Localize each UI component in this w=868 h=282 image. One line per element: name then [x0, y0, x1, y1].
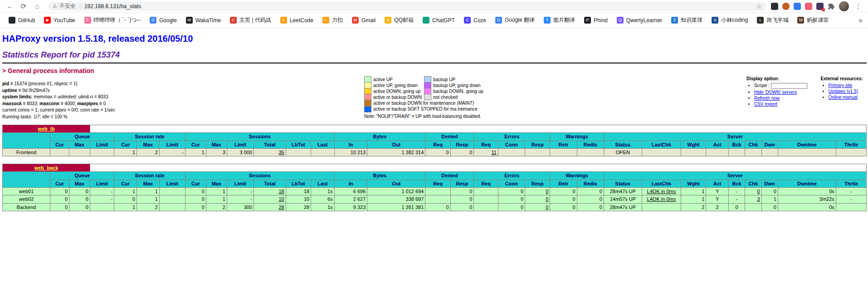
stats-cell: web02 [3, 195, 50, 203]
url-text[interactable]: 192.168.6.131/ha_stats [84, 3, 753, 10]
stats-cell: - [728, 195, 745, 203]
menu-icon[interactable]: ⋮ [853, 2, 863, 10]
column-group-header: Errors [474, 172, 550, 180]
column-header: Last [311, 141, 335, 148]
stats-cell [159, 195, 185, 203]
column-header: Max [69, 141, 90, 148]
column-group-row: QueueSession rateSessionsBytesDeniedErro… [3, 172, 867, 180]
stats-cell: 1s [311, 188, 335, 195]
bookmark-item[interactable]: L路飞学城 [754, 15, 791, 25]
proxy-name-cell: web_lb [3, 125, 90, 133]
bookmark-item[interactable]: GitHub [5, 15, 38, 25]
bookmark-item[interactable]: GGoogle [146, 15, 180, 25]
legend-table: active UPbackup UPactive UP, going downb… [364, 76, 486, 112]
bookmark-item[interactable]: WWakaTime [183, 15, 224, 25]
column-header: Retr [550, 141, 577, 148]
column-group-header: Errors [474, 133, 550, 141]
stats-table-web_lb: web_lbQueueSession rateSessionsBytesDeni… [2, 125, 867, 156]
bookmark-item[interactable]: ▶YouTube [41, 15, 78, 25]
bookmark-item[interactable]: M蚂蚁课堂 [794, 15, 832, 25]
bookmark-item[interactable]: LLeetCode [277, 15, 317, 25]
legend-row: active UPbackup UP [364, 77, 485, 83]
bookmark-item[interactable]: ChatGPT [419, 15, 458, 25]
extension-icon[interactable] [816, 3, 824, 10]
bookmark-item[interactable]: GGoogle 翻译 [492, 15, 538, 25]
bookmark-item[interactable]: QQQ邮箱 [381, 15, 417, 25]
stats-cell [90, 203, 114, 211]
stats-cell: Backend [3, 203, 50, 211]
bookmark-item[interactable]: Z知识星球 [668, 15, 706, 25]
bookmark-item[interactable]: QQwertyLearner [614, 15, 665, 25]
extension-icons [771, 3, 824, 10]
bookmark-star-icon[interactable]: ☆ [756, 3, 762, 10]
updates-link[interactable]: Updates (v1.5) [829, 89, 858, 94]
reload-icon: ⟳ [21, 2, 27, 10]
bookmark-item[interactable]: C主页 | 代码战 [227, 15, 274, 25]
haproxy-version-link[interactable]: HAProxy version 1.5.18, released 2016/05… [2, 34, 193, 44]
stats-cell: 0 [50, 188, 69, 195]
column-header: Cur [114, 141, 137, 148]
column-header: Total [254, 141, 286, 148]
column-header: Dwntme [778, 141, 836, 148]
stats-cell: - [227, 188, 254, 195]
extension-icon[interactable] [782, 3, 790, 10]
proxy-title-row: web_lb [3, 125, 867, 133]
stats-cell [728, 148, 745, 156]
column-header: Req [425, 141, 450, 148]
csv-export-link[interactable]: CSV export [754, 102, 777, 107]
scope-option: Scope : [754, 83, 807, 89]
scope-input[interactable] [771, 83, 807, 89]
proxy-name-link[interactable]: web_lb [38, 126, 54, 131]
bookmark-favicon-icon: G [150, 17, 156, 24]
stats-cell: 0 [450, 148, 474, 156]
stats-cell: L4OK in 0ms [642, 188, 681, 195]
legend-row: active UP, going downbackup UP, going do… [364, 83, 485, 88]
stats-cell: 0 [577, 195, 604, 203]
hide-down-servers-link[interactable]: Hide 'DOWN' servers [754, 90, 797, 95]
bookmark-item[interactable]: X小林coding [708, 15, 751, 25]
bookmark-item[interactable]: T图片翻译 [541, 15, 578, 25]
toolbar-right: ⋮ [771, 1, 864, 11]
bookmark-label: 主页 | 代码战 [239, 16, 271, 24]
primary-site-link[interactable]: Primary site [829, 83, 853, 88]
stats-cell [425, 188, 450, 195]
extension-icon[interactable] [805, 3, 812, 10]
bookmark-item[interactable]: b哔哩哔哩（ ´- ´)つ─ [81, 15, 144, 25]
legend-label: active UP [371, 77, 424, 83]
bookmark-favicon-icon: M [797, 17, 804, 24]
process-info-line: Running tasks: 1/7; idle = 100 % [2, 114, 115, 121]
bookmark-item[interactable]: L力扣 [319, 15, 346, 25]
stats-cell: 0 [761, 203, 778, 211]
stats-cell [474, 188, 498, 195]
column-header: Limit [227, 180, 254, 187]
column-group-header: Denied [425, 172, 474, 180]
extension-icon[interactable] [794, 3, 801, 10]
bookmark-item[interactable]: MGmail [349, 15, 379, 25]
reload-button[interactable]: ⟳ [17, 1, 30, 12]
proxy-name-link[interactable]: web_back [34, 165, 59, 170]
stats-cell: 0 [550, 203, 577, 211]
online-manual-link[interactable]: Online manual [829, 95, 858, 100]
address-bar[interactable]: ⚠ 不安全 192.168.6.131/ha_stats ☆ [48, 2, 766, 11]
column-header: Bck [728, 141, 745, 148]
security-label[interactable]: 不安全 [59, 2, 76, 10]
proxy-title-row: web_back [3, 164, 867, 172]
stats-cell: 0 [498, 203, 525, 211]
stats-cell: 0s [778, 188, 836, 195]
process-info-line: maxsock = 8033; maxconn = 4000; maxpipes… [2, 101, 115, 107]
bookmark-item[interactable]: CCoze [461, 15, 489, 25]
bookmark-item[interactable]: PPhind [581, 15, 611, 25]
profile-avatar[interactable] [839, 1, 849, 11]
stats-cell: 6s [311, 195, 335, 203]
stats-cell: 3 000 [227, 148, 254, 156]
stats-tables: web_lbQueueSession rateSessionsBytesDeni… [2, 125, 867, 211]
home-button[interactable]: ⌂ [31, 1, 44, 12]
extensions-puzzle-icon[interactable] [828, 3, 835, 10]
process-info-line: pid = 15374 (process #1, nbproc = 1) [2, 81, 115, 88]
refresh-now-link[interactable]: Refresh now [754, 96, 780, 101]
back-button[interactable]: ← [4, 1, 16, 12]
column-header: Last [311, 180, 335, 187]
extension-icon[interactable] [771, 3, 778, 10]
stats-cell [681, 148, 706, 156]
bookmarks-overflow-chevron[interactable]: » [858, 16, 863, 24]
